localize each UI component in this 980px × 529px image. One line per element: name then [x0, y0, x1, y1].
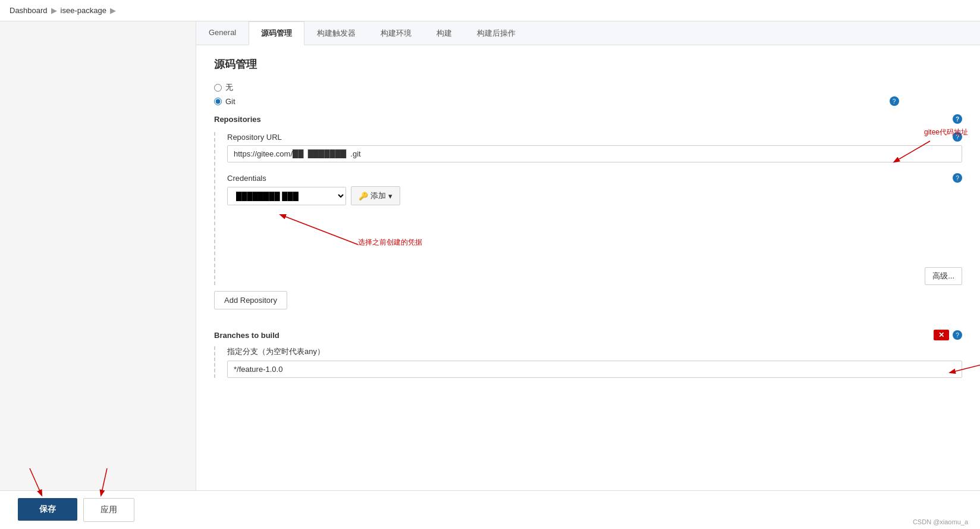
repositories-label-text: Repositories [214, 115, 261, 124]
delete-branch-button[interactable]: ✕ [934, 330, 949, 340]
repo-url-input[interactable] [227, 145, 962, 162]
advanced-row: 高级... [227, 267, 962, 285]
section-title: 源码管理 [214, 57, 962, 71]
dropdown-arrow-icon: ▾ [388, 192, 392, 201]
breadcrumb-dashboard[interactable]: Dashboard [10, 6, 48, 15]
repositories-label: Repositories ? [214, 114, 962, 124]
tab-source[interactable]: 源码管理 [249, 21, 304, 45]
credential-annotation-text: 选择之前创建的凭据 [358, 237, 422, 248]
credentials-row: ████████ ███ 🔑 添加 ▾ [227, 186, 962, 205]
credential-arrow-svg [251, 209, 429, 256]
radio-group: 无 Git ? [214, 82, 962, 106]
breadcrumb-sep-2: ▶ [110, 6, 116, 15]
radio-none[interactable]: 无 [214, 82, 962, 93]
sidebar [0, 21, 196, 527]
save-button[interactable]: 保存 [18, 498, 77, 521]
radio-git[interactable]: Git ? [214, 96, 962, 106]
add-credential-button[interactable]: 🔑 添加 ▾ [351, 186, 400, 205]
svg-line-1 [281, 215, 358, 245]
form-block: Repository URL ? gitee代码地址 [214, 132, 962, 285]
radio-git-label: Git [225, 97, 235, 106]
branch-field: 指定分支（为空时代表any） [227, 346, 962, 378]
repo-url-field: Repository URL ? gitee代码地址 [227, 132, 962, 162]
csdn-footer: CSDN @xiaomu_a [913, 518, 968, 525]
content-area: General 源码管理 构建触发器 构建环境 构建 构建后操作 源码管理 无 [196, 21, 980, 527]
add-repo-row: Add Repository [214, 291, 962, 324]
repo-url-help-icon[interactable]: ? [953, 132, 962, 142]
tab-post[interactable]: 构建后操作 [464, 21, 528, 45]
breadcrumb-project[interactable]: isee-package [61, 6, 106, 15]
branches-help-icon[interactable]: ? [953, 330, 962, 340]
save-btn-wrapper: 保存 [18, 498, 77, 522]
bottom-bar: 保存 应用 [0, 490, 980, 529]
tab-env[interactable]: 构建环境 [368, 21, 424, 45]
repo-url-label-text: Repository URL [227, 133, 282, 142]
radio-none-input[interactable] [214, 84, 222, 92]
credentials-label-row: Credentials ? [227, 173, 962, 183]
key-icon: 🔑 [359, 192, 368, 201]
git-help-icon[interactable]: ? [890, 96, 899, 106]
credentials-field: Credentials ? ████████ ███ 🔑 添 [227, 173, 962, 256]
branch-field-label: 指定分支（为空时代表any） [227, 346, 962, 357]
credentials-help-icon[interactable]: ? [953, 173, 962, 183]
annotation-layer: Repository URL ? gitee代码地址 [227, 132, 962, 285]
breadcrumb: Dashboard ▶ isee-package ▶ [0, 0, 980, 21]
repo-url-row: gitee代码地址 [227, 145, 962, 162]
branch-input[interactable] [227, 361, 962, 378]
breadcrumb-sep-1: ▶ [51, 6, 57, 15]
branch-input-row: 项目代码分支 [227, 361, 962, 378]
radio-git-input[interactable] [214, 98, 222, 105]
advanced-button[interactable]: 高级... [925, 267, 962, 285]
apply-btn-wrapper: 应用 [83, 498, 134, 522]
credentials-label-text: Credentials [227, 174, 266, 183]
branches-header: Branches to build ✕ ? [214, 330, 962, 340]
add-repository-button[interactable]: Add Repository [214, 291, 287, 309]
branches-actions: ✕ ? [934, 330, 962, 340]
tab-general[interactable]: General [196, 21, 249, 45]
add-credential-label: 添加 [370, 190, 386, 201]
apply-button[interactable]: 应用 [83, 498, 134, 522]
section-content: 源码管理 无 Git ? Repositorie [196, 45, 980, 400]
repo-url-label: Repository URL ? [227, 132, 962, 142]
tabs-bar: General 源码管理 构建触发器 构建环境 构建 构建后操作 [196, 21, 980, 45]
repositories-wrapper: Repositories ? Repository URL ? [214, 114, 962, 378]
radio-none-label: 无 [225, 82, 233, 93]
branches-label: Branches to build [214, 331, 279, 340]
branches-form-block: 指定分支（为空时代表any） [214, 346, 962, 378]
tab-build[interactable]: 构建 [424, 21, 464, 45]
tab-trigger[interactable]: 构建触发器 [304, 21, 368, 45]
repositories-help-icon[interactable]: ? [953, 114, 962, 124]
credentials-select[interactable]: ████████ ███ [227, 187, 346, 205]
credential-annotation: 选择之前创建的凭据 [227, 209, 962, 256]
branches-section: Branches to build ✕ ? 指定分支（为空时代表any） [214, 330, 962, 378]
